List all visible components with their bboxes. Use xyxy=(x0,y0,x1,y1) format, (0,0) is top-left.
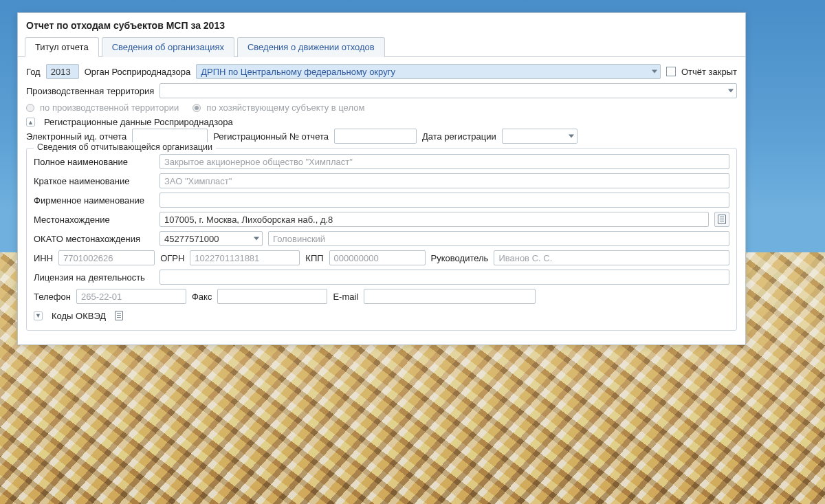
panel-title: Отчет по отходам субъектов МСП за 2013 xyxy=(18,13,745,36)
location-lookup-button[interactable] xyxy=(714,212,729,227)
chevron-down-icon xyxy=(728,89,734,93)
director-input[interactable] xyxy=(494,250,729,265)
org-fieldset: Сведения об отчитывающейся организации П… xyxy=(26,148,737,331)
brandname-label: Фирменное наименование xyxy=(34,195,154,206)
regno-input[interactable] xyxy=(334,129,417,144)
phone-input[interactable] xyxy=(76,289,186,304)
director-label: Руководитель xyxy=(431,253,489,263)
phone-label: Телефон xyxy=(34,292,71,302)
regno-label: Регистрационный № отчета xyxy=(213,131,329,142)
regdate-label: Дата регистрации xyxy=(422,131,496,142)
kpp-label: КПП xyxy=(305,253,323,263)
chevron-down-icon xyxy=(569,135,574,138)
fax-input[interactable] xyxy=(217,289,327,304)
document-icon xyxy=(718,215,726,224)
ogrn-label: ОГРН xyxy=(160,253,184,263)
radio-by-entity-label: по хозяйствующему субъекту в целом xyxy=(206,102,364,113)
tab-waste-movement[interactable]: Сведения о движении отходов xyxy=(237,37,385,57)
inn-label: ИНН xyxy=(34,253,53,263)
chevron-down-icon xyxy=(254,237,259,241)
tabstrip: Титул отчета Сведения об организациях Св… xyxy=(18,36,745,57)
agency-value: ДРПН по Центральному федеральному округу xyxy=(201,67,646,77)
okato-label: ОКАТО местонахождения xyxy=(34,234,154,244)
regdate-picker[interactable] xyxy=(502,129,578,144)
territory-combo[interactable] xyxy=(160,83,737,98)
ogrn-input[interactable] xyxy=(190,250,300,265)
tab-organizations[interactable]: Сведения об организациях xyxy=(102,37,234,57)
eid-input[interactable] xyxy=(132,129,208,144)
org-legend: Сведения об отчитывающейся организации xyxy=(34,142,216,152)
radio-by-territory-label: по производственной территории xyxy=(40,102,179,113)
okved-doc-button[interactable] xyxy=(111,308,126,323)
fullname-label: Полное наименование xyxy=(34,157,154,167)
document-icon xyxy=(115,311,123,320)
okato-name-input[interactable] xyxy=(268,231,729,246)
chevron-down-icon xyxy=(652,70,657,74)
location-label: Местонахождение xyxy=(34,215,154,225)
closed-label: Отчёт закрыт xyxy=(681,67,737,77)
kpp-input[interactable] xyxy=(329,250,426,265)
email-input[interactable] xyxy=(364,289,536,304)
license-label: Лицензия на деятельность xyxy=(34,272,154,283)
year-input[interactable] xyxy=(46,64,79,79)
form-area: Год Орган Росприроднадзора ДРПН по Центр… xyxy=(18,57,745,344)
shortname-input[interactable] xyxy=(160,173,729,188)
brandname-input[interactable] xyxy=(160,193,729,208)
tab-title[interactable]: Титул отчета xyxy=(25,37,99,57)
agency-combo[interactable]: ДРПН по Центральному федеральному округу xyxy=(196,64,661,79)
location-input[interactable] xyxy=(160,212,709,227)
shortname-label: Краткое наименование xyxy=(34,176,154,186)
territory-label: Производственная территория xyxy=(26,86,154,96)
reg-header: Регистрационные данные Росприроднадзора xyxy=(44,117,233,127)
agency-label: Орган Росприроднадзора xyxy=(85,67,190,77)
closed-checkbox[interactable] xyxy=(666,67,676,76)
inn-input[interactable] xyxy=(58,250,155,265)
okato-combo[interactable]: 45277571000 xyxy=(160,231,263,246)
okato-value: 45277571000 xyxy=(164,234,248,244)
email-label: E-mail xyxy=(333,292,358,302)
radio-by-territory xyxy=(26,104,34,112)
fax-label: Факс xyxy=(192,292,212,302)
eid-label: Электронный ид. отчета xyxy=(26,131,126,142)
radio-by-entity xyxy=(192,104,201,112)
reg-toggle[interactable]: ▲ xyxy=(26,118,35,127)
report-panel: Отчет по отходам субъектов МСП за 2013 Т… xyxy=(17,12,746,345)
license-input[interactable] xyxy=(160,270,729,285)
okved-label: Коды ОКВЭД xyxy=(52,311,106,321)
year-label: Год xyxy=(26,67,41,77)
okved-toggle[interactable]: ▼ xyxy=(34,311,43,320)
fullname-input[interactable] xyxy=(160,154,729,169)
